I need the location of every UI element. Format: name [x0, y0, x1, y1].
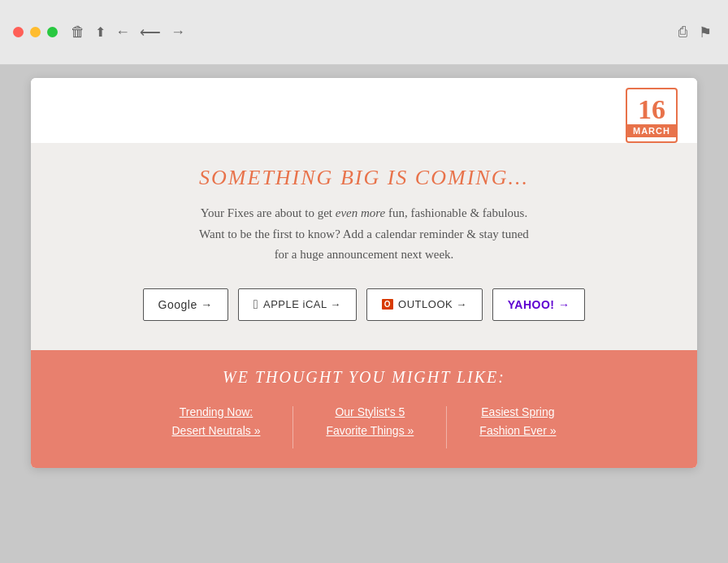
print-icon[interactable]: ⎙	[678, 24, 687, 41]
right-toolbar: ⎙ ⚑	[678, 24, 712, 41]
browser-chrome: 🗑 ⬆ ← ⟵ → ⎙ ⚑	[0, 0, 728, 65]
links-row: Trending Now:Desert Neutrals » Our Styli…	[31, 403, 697, 448]
link-stylist: Our Stylist's 5Favorite Things »	[293, 403, 446, 441]
email-top-bar: 16 MARCH	[31, 78, 697, 143]
toolbar: 🗑 ⬆ ← ⟵ →	[71, 24, 185, 41]
calendar-month: MARCH	[627, 124, 676, 137]
share-icon[interactable]: ⬆	[95, 24, 106, 40]
flag-icon[interactable]: ⚑	[699, 24, 712, 41]
minimize-button[interactable]	[30, 27, 41, 37]
link-trending: Trending Now:Desert Neutrals »	[139, 403, 292, 441]
maximize-button[interactable]	[47, 27, 58, 37]
calendar-day: 16	[627, 89, 676, 124]
email-bottom: WE THOUGHT YOU MIGHT LIKE: Trending Now:…	[31, 350, 697, 468]
apple-icon: 	[254, 297, 258, 312]
email-body: Your Fixes are about to get even more fu…	[128, 203, 600, 266]
email-headline: SOMETHING BIG IS COMING...	[80, 166, 648, 190]
stylist-link[interactable]: Our Stylist's 5Favorite Things »	[326, 405, 414, 437]
outlook-icon: O	[382, 299, 393, 310]
email-main: SOMETHING BIG IS COMING... Your Fixes ar…	[31, 143, 697, 350]
link-spring: Easiest SpringFashion Ever »	[447, 403, 588, 441]
close-button[interactable]	[13, 27, 24, 37]
google-calendar-button[interactable]: Google →	[143, 288, 228, 321]
trash-icon[interactable]: 🗑	[71, 24, 85, 41]
apple-ical-label: APPLE iCAL →	[263, 298, 341, 310]
outlook-button[interactable]: O OUTLOOK →	[366, 288, 483, 321]
back-icon[interactable]: ←	[115, 24, 130, 41]
email-container: 16 MARCH SOMETHING BIG IS COMING... Your…	[31, 78, 697, 468]
yahoo-label: YAHOO! →	[508, 298, 570, 311]
forward-icon[interactable]: →	[171, 24, 185, 41]
outlook-label: OUTLOOK →	[398, 298, 467, 310]
traffic-lights	[13, 27, 58, 37]
section-title: WE THOUGHT YOU MIGHT LIKE:	[31, 368, 697, 387]
apple-ical-button[interactable]:  APPLE iCAL →	[238, 288, 357, 321]
yahoo-button[interactable]: YAHOO! →	[492, 288, 586, 321]
calendar-buttons: Google →  APPLE iCAL → O OUTLOOK → YAHO…	[80, 288, 648, 321]
trending-link[interactable]: Trending Now:Desert Neutrals »	[171, 405, 260, 437]
spring-link[interactable]: Easiest SpringFashion Ever »	[479, 405, 556, 437]
calendar-icon: 16 MARCH	[626, 88, 678, 143]
back-alt-icon[interactable]: ⟵	[140, 24, 161, 41]
google-text: Google →	[158, 298, 213, 311]
